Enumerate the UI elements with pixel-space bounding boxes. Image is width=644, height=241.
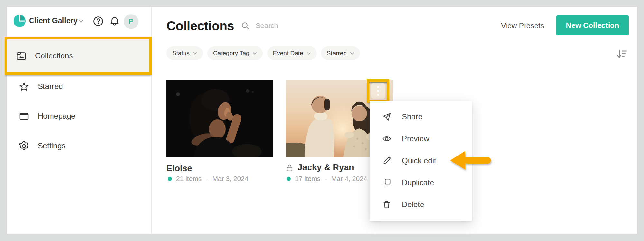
sidebar-item-label: Collections bbox=[35, 51, 73, 60]
lock-icon bbox=[285, 164, 294, 172]
items-count: 21 items bbox=[176, 175, 202, 183]
annotation-box-card-menu bbox=[367, 79, 389, 103]
annotation-box-collections: Collections bbox=[5, 37, 152, 75]
collection-context-menu: Share Preview Quick edit bbox=[370, 101, 472, 221]
kebab-dot bbox=[377, 94, 379, 96]
chevron-down-icon bbox=[193, 52, 197, 55]
search-bar bbox=[241, 21, 353, 30]
screenshot-frame: Client Gallery P bbox=[0, 0, 644, 241]
help-icon[interactable] bbox=[93, 16, 104, 27]
chevron-down-icon[interactable] bbox=[79, 19, 84, 23]
share-icon bbox=[382, 112, 392, 122]
search-icon bbox=[241, 21, 250, 30]
pixieset-logo-icon bbox=[14, 15, 26, 27]
menu-item-delete[interactable]: Delete bbox=[370, 194, 472, 216]
menu-item-label: Preview bbox=[402, 134, 429, 143]
eloise-photo bbox=[166, 80, 273, 157]
filter-chip-starred[interactable]: Starred bbox=[321, 46, 360, 60]
card-overflow-menu-button[interactable] bbox=[371, 83, 385, 99]
quick-edit-icon bbox=[382, 156, 392, 166]
collections-icon bbox=[16, 51, 27, 61]
menu-item-quick-edit[interactable]: Quick edit bbox=[370, 150, 472, 172]
chevron-down-icon bbox=[350, 52, 354, 55]
collection-title-row: Jacky & Ryan bbox=[285, 163, 354, 173]
collection-title[interactable]: Jacky & Ryan bbox=[298, 163, 354, 173]
homepage-icon bbox=[19, 111, 29, 122]
event-date: Mar 3, 2024 bbox=[212, 175, 248, 183]
brand-name: Client Gallery bbox=[29, 16, 78, 25]
chip-label: Category Tag bbox=[213, 50, 250, 57]
avatar-initial: P bbox=[129, 17, 134, 26]
client-gallery-app: Client Gallery P bbox=[7, 7, 637, 234]
sidebar-item-settings[interactable]: Settings bbox=[7, 136, 151, 156]
sidebar-item-homepage[interactable]: Homepage bbox=[7, 106, 151, 126]
collection-title[interactable]: Eloise bbox=[166, 164, 192, 174]
preview-icon bbox=[382, 134, 392, 144]
chevron-down-icon bbox=[253, 52, 257, 55]
filter-chip-event-date[interactable]: Event Date bbox=[267, 46, 317, 60]
star-icon bbox=[19, 81, 29, 92]
status-dot bbox=[287, 177, 291, 181]
status-dot bbox=[168, 177, 172, 181]
duplicate-icon bbox=[382, 178, 392, 187]
menu-item-label: Share bbox=[402, 112, 422, 121]
chip-label: Starred bbox=[327, 50, 347, 57]
menu-item-label: Duplicate bbox=[402, 178, 434, 187]
settings-icon bbox=[19, 141, 29, 151]
avatar[interactable]: P bbox=[124, 14, 138, 29]
meta-separator: · bbox=[206, 175, 208, 183]
page-title: Collections bbox=[166, 19, 234, 33]
sidebar-item-label: Settings bbox=[38, 141, 66, 150]
event-date: Mar 4, 2024 bbox=[331, 175, 367, 183]
meta-separator: · bbox=[325, 175, 327, 183]
sidebar-item-starred[interactable]: Starred bbox=[7, 77, 151, 96]
delete-icon bbox=[382, 200, 392, 209]
view-presets-link[interactable]: View Presets bbox=[501, 22, 544, 30]
filter-chips-row: Status Category Tag Event Date Starred bbox=[166, 46, 360, 60]
menu-item-label: Delete bbox=[402, 200, 424, 209]
menu-item-duplicate[interactable]: Duplicate bbox=[370, 172, 472, 194]
collection-meta: 17 items · Mar 4, 2024 bbox=[287, 175, 367, 183]
filter-chip-category-tag[interactable]: Category Tag bbox=[207, 46, 263, 60]
chip-label: Status bbox=[172, 50, 190, 57]
menu-item-share[interactable]: Share bbox=[370, 106, 472, 128]
kebab-dot bbox=[377, 90, 379, 92]
sidebar-item-label: Homepage bbox=[38, 112, 75, 121]
menu-item-preview[interactable]: Preview bbox=[370, 128, 472, 150]
sidebar-item-label: Starred bbox=[38, 82, 63, 91]
sidebar: Client Gallery P bbox=[7, 7, 152, 234]
new-collection-button[interactable]: New Collection bbox=[556, 15, 629, 35]
collection-meta: 21 items · Mar 3, 2024 bbox=[168, 175, 248, 183]
items-count: 17 items bbox=[295, 175, 320, 183]
sort-descending-icon[interactable] bbox=[615, 48, 627, 60]
sidebar-item-collections[interactable]: Collections bbox=[7, 39, 149, 72]
bell-icon[interactable] bbox=[109, 16, 120, 27]
chip-label: Event Date bbox=[273, 50, 303, 57]
new-collection-label: New Collection bbox=[566, 21, 619, 30]
kebab-dot bbox=[377, 86, 379, 88]
filter-chip-status[interactable]: Status bbox=[166, 46, 203, 60]
menu-item-label: Quick edit bbox=[402, 156, 436, 165]
search-input[interactable] bbox=[255, 21, 353, 30]
collection-card-eloise-thumbnail[interactable] bbox=[166, 80, 273, 157]
chevron-down-icon bbox=[307, 52, 311, 55]
